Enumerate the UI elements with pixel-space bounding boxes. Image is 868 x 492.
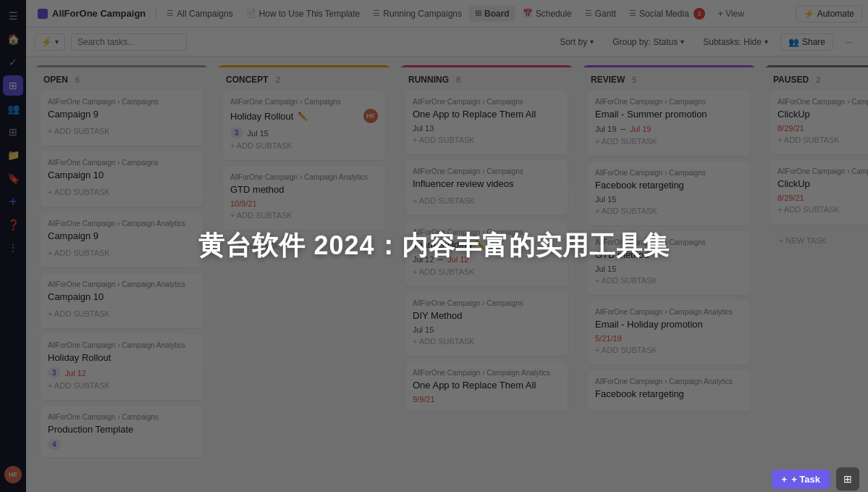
overlay-text: 黄台软件 2024：内容丰富的实用工具集: [198, 228, 669, 264]
overlay: 黄台软件 2024：内容丰富的实用工具集: [0, 0, 868, 492]
grid-view-button[interactable]: ⊞: [836, 467, 859, 491]
add-task-icon: +: [782, 474, 788, 485]
grid-icon: ⊞: [843, 473, 852, 485]
bottom-bar: + + Task ⊞: [763, 466, 868, 492]
add-task-button[interactable]: + + Task: [772, 470, 830, 489]
add-task-label: + Task: [791, 474, 820, 485]
